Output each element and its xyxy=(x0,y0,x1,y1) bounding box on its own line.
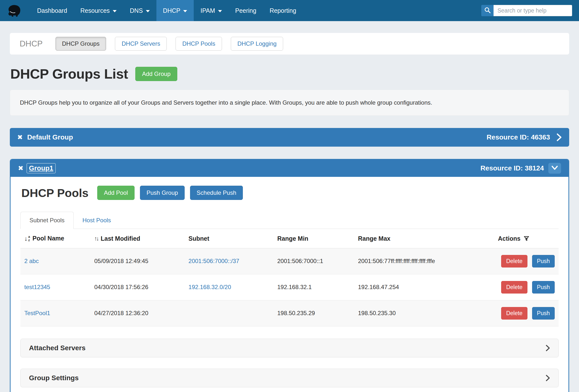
pool-name-link[interactable]: TestPool1 xyxy=(24,310,50,316)
mammoth-logo-icon xyxy=(7,2,22,19)
group-name-link[interactable]: Group1 xyxy=(26,163,56,173)
pool-name-link[interactable]: 2 abc xyxy=(24,258,39,264)
last-modified-cell: 04/30/2018 17:56:26 xyxy=(90,274,185,300)
column-label: Subnet xyxy=(189,235,210,242)
accordion-label: Attached Servers xyxy=(29,344,85,352)
nav-label: Peering xyxy=(235,7,256,14)
group-bar-group1[interactable]: ✖ Group1 Resource ID: 38124 xyxy=(10,160,569,177)
dhcp-pools-button[interactable]: DHCP Pools xyxy=(176,37,222,51)
column-header-range-min[interactable]: Range Min xyxy=(273,229,354,248)
resource-id-label: Resource ID: 38124 xyxy=(481,164,544,172)
search-input[interactable] xyxy=(494,5,572,16)
column-label: Last Modified xyxy=(101,235,140,242)
nav-label: DHCP xyxy=(163,7,180,14)
delete-button[interactable]: Delete xyxy=(501,281,527,294)
table-header-row: ↓ az Pool Name ↑↓ Last Modified Subnet xyxy=(20,229,559,248)
group-bar-right: Resource ID: 46363 xyxy=(487,133,562,142)
sort-alpha-asc-icon: ↓ xyxy=(24,235,27,242)
nav-item-resources[interactable]: Resources xyxy=(74,0,123,21)
range-min-cell: 198.50.235.29 xyxy=(273,300,354,326)
push-button[interactable]: Push xyxy=(532,307,555,319)
tab-host-pools[interactable]: Host Pools xyxy=(74,212,120,229)
range-min-cell: 192.168.32.1 xyxy=(273,274,354,300)
column-label: Pool Name xyxy=(32,235,64,242)
filter-icon[interactable] xyxy=(523,235,529,241)
search-button[interactable] xyxy=(481,5,494,16)
group-bar-right: Resource ID: 38124 xyxy=(481,163,561,174)
dhcp-pools-title: DHCP Pools xyxy=(21,186,88,200)
range-max-cell: 192.168.47.254 xyxy=(354,274,494,300)
nav-item-ipam[interactable]: IPAM xyxy=(194,0,228,21)
column-header-actions[interactable]: Actions xyxy=(494,229,559,248)
group-name[interactable]: Default Group xyxy=(27,133,73,141)
chevron-down-icon xyxy=(551,165,558,171)
delete-button[interactable]: Delete xyxy=(501,307,527,319)
nav-label: Dashboard xyxy=(37,7,67,14)
pools-tabs: Subnet Pools Host Pools xyxy=(20,212,559,229)
column-label: Range Min xyxy=(277,235,308,242)
column-header-subnet[interactable]: Subnet xyxy=(185,229,274,248)
table-row: TestPool1 04/27/2018 12:36:20 198.50.235… xyxy=(20,300,559,326)
nav-item-dns[interactable]: DNS xyxy=(123,0,156,21)
remove-group-icon[interactable]: ✖ xyxy=(17,134,23,141)
dhcp-logging-button[interactable]: DHCP Logging xyxy=(231,37,283,51)
dhcp-toolbar: DHCP DHCP Groups DHCP Servers DHCP Pools… xyxy=(10,33,569,55)
subnet-link[interactable]: 2001:506:7000::/37 xyxy=(189,258,239,264)
pool-name-link[interactable]: test12345 xyxy=(24,284,50,290)
range-max-cell: 198.50.235.30 xyxy=(354,300,494,326)
nav-item-dashboard[interactable]: Dashboard xyxy=(30,0,74,21)
nav-label: IPAM xyxy=(200,7,215,14)
sort-alpha-letters: az xyxy=(28,235,30,242)
dhcp-pools-header: DHCP Pools Add Pool Push Group Schedule … xyxy=(20,186,559,200)
attached-servers-accordion[interactable]: Attached Servers xyxy=(20,339,559,357)
resource-id-label: Resource ID: 46363 xyxy=(487,133,550,141)
column-header-last-modified[interactable]: ↑↓ Last Modified xyxy=(90,229,185,248)
table-row: 2 abc 05/09/2018 12:49:45 2001:506:7000:… xyxy=(20,248,559,274)
nav-label: Resources xyxy=(80,7,110,14)
group-bar-default-group[interactable]: ✖ Default Group Resource ID: 46363 xyxy=(10,128,569,147)
nav-label: DNS xyxy=(130,7,143,14)
description-well: DHCP Groups help you to organize all of … xyxy=(10,90,569,116)
caret-down-icon xyxy=(183,10,187,12)
caret-down-icon xyxy=(146,10,150,12)
group-settings-accordion[interactable]: Group Settings xyxy=(20,369,559,387)
collapse-group-button[interactable] xyxy=(548,163,561,174)
delete-button[interactable]: Delete xyxy=(501,255,527,267)
subnet-link[interactable]: 192.168.32.0/20 xyxy=(189,284,231,290)
nav-item-dhcp[interactable]: DHCP xyxy=(156,0,194,21)
column-label: Actions xyxy=(498,235,520,242)
last-modified-cell: 05/09/2018 12:49:45 xyxy=(90,248,185,274)
add-group-button[interactable]: Add Group xyxy=(135,67,177,81)
chevron-right-icon xyxy=(546,374,550,382)
add-pool-button[interactable]: Add Pool xyxy=(97,186,134,200)
column-header-range-max[interactable]: Range Max xyxy=(354,229,494,248)
brand-logo-link[interactable] xyxy=(7,0,22,21)
nav-item-reporting[interactable]: Reporting xyxy=(263,0,303,21)
nav-label: Reporting xyxy=(270,7,296,14)
caret-down-icon xyxy=(113,10,117,12)
column-header-pool-name[interactable]: ↓ az Pool Name xyxy=(20,229,90,248)
navbar-search xyxy=(481,0,579,21)
dhcp-servers-button[interactable]: DHCP Servers xyxy=(115,37,167,51)
search-icon xyxy=(484,7,491,14)
table-row: test12345 04/30/2018 17:56:26 192.168.32… xyxy=(20,274,559,300)
sort-updown-icon: ↑↓ xyxy=(94,235,98,242)
tab-subnet-pools[interactable]: Subnet Pools xyxy=(20,212,74,229)
accordion-label: Group Settings xyxy=(29,374,78,382)
top-navbar: Dashboard Resources DNS DHCP IPAM Peerin… xyxy=(0,0,579,21)
push-button[interactable]: Push xyxy=(532,255,555,267)
chevron-right-icon[interactable] xyxy=(556,133,562,142)
push-group-button[interactable]: Push Group xyxy=(140,186,185,200)
caret-down-icon xyxy=(218,10,222,12)
chevron-right-icon xyxy=(546,344,550,352)
dhcp-groups-button[interactable]: DHCP Groups xyxy=(56,37,106,51)
column-label: Range Max xyxy=(358,235,390,242)
remove-group-icon[interactable]: ✖ xyxy=(18,165,24,172)
subnet-cell xyxy=(185,300,274,326)
push-button[interactable]: Push xyxy=(532,281,555,294)
schedule-push-button[interactable]: Schedule Push xyxy=(190,186,243,200)
group1-panel-body: DHCP Pools Add Pool Push Group Schedule … xyxy=(10,177,569,392)
last-modified-cell: 04/27/2018 12:36:20 xyxy=(90,300,185,326)
nav-item-peering[interactable]: Peering xyxy=(229,0,263,21)
toolbar-section-label: DHCP xyxy=(20,39,43,48)
